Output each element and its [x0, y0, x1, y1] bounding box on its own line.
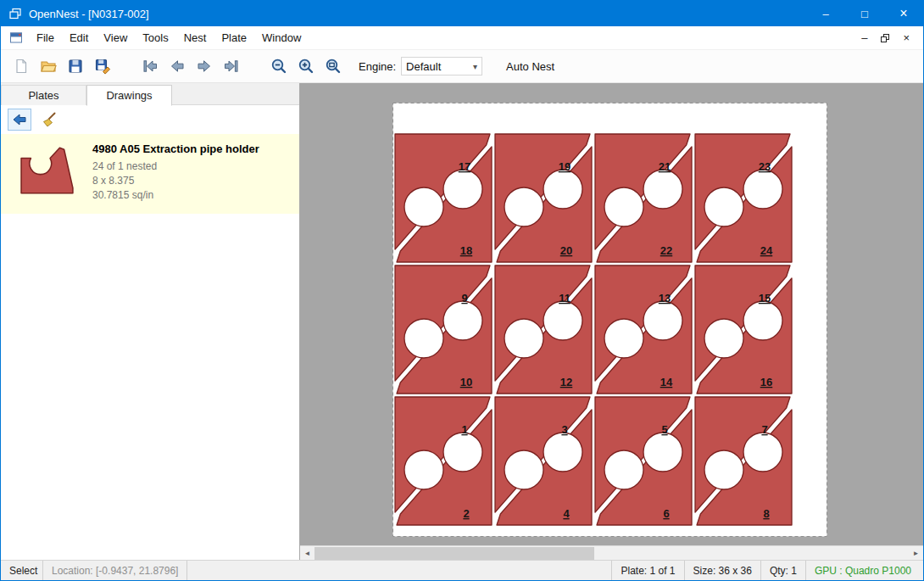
engine-select[interactable]: Default ▾ [401, 57, 482, 75]
auto-nest-button[interactable]: Auto Nest [501, 57, 559, 76]
mdi-child-icon[interactable] [9, 31, 23, 44]
part-size: 8 x 8.375 [92, 174, 259, 188]
save-button[interactable] [62, 53, 89, 80]
svg-text:14: 14 [660, 376, 673, 388]
status-location: Location: [-0.9437, 21.8796] [43, 561, 187, 580]
status-mode: Select [1, 561, 43, 580]
window-title: OpenNest - [N0317-002] [29, 8, 149, 20]
save-edit-button[interactable] [89, 53, 116, 80]
open-button[interactable] [35, 53, 62, 80]
part-thumbnail [11, 142, 84, 195]
svg-text:5: 5 [661, 423, 667, 436]
svg-text:2: 2 [463, 507, 469, 520]
menu-item-window[interactable]: Window [254, 28, 309, 47]
broom-icon [41, 111, 58, 128]
horizontal-scrollbar[interactable]: ◄ ► [300, 545, 923, 560]
svg-text:9: 9 [461, 292, 467, 304]
app-icon [8, 7, 22, 20]
clean-button[interactable] [37, 109, 61, 131]
part-nested-count: 24 of 1 nested [92, 159, 259, 174]
prev-arrow-icon [169, 58, 186, 75]
sidebar-tabs: Plates Drawings [1, 83, 299, 105]
svg-text:20: 20 [560, 244, 572, 257]
svg-text:7: 7 [761, 423, 767, 436]
svg-text:21: 21 [659, 160, 671, 173]
titlebar: OpenNest - [N0317-002] – □ × [1, 1, 923, 26]
nav-last-button[interactable] [218, 53, 245, 80]
menu-item-view[interactable]: View [96, 28, 135, 47]
drawing-list-item[interactable]: 4980 A05 Extraction pipe holder 24 of 1 … [1, 134, 299, 214]
svg-text:19: 19 [559, 160, 571, 173]
statusbar: Select Location: [-0.9437, 21.8796] Plat… [1, 560, 923, 580]
menu-item-file[interactable]: File [29, 28, 62, 47]
save-edit-icon [94, 58, 111, 75]
part-title: 4980 A05 Extraction pipe holder [92, 142, 259, 155]
svg-text:24: 24 [760, 244, 773, 257]
next-arrow-icon [196, 58, 213, 75]
nav-prev-button[interactable] [164, 53, 191, 80]
engine-label: Engine: [359, 60, 396, 73]
tab-drawings[interactable]: Drawings [86, 85, 172, 106]
zoom-out-button[interactable] [265, 53, 292, 80]
svg-text:16: 16 [760, 376, 772, 388]
menubar: File Edit View Tools Nest Plate Window –… [1, 26, 923, 49]
nav-next-button[interactable] [191, 53, 218, 80]
restore-icon [881, 34, 889, 42]
svg-text:3: 3 [561, 423, 567, 436]
status-qty: Qty: 1 [760, 561, 805, 580]
svg-text:17: 17 [459, 160, 470, 173]
scroll-left-button[interactable]: ◄ [300, 546, 314, 560]
svg-text:6: 6 [663, 507, 669, 520]
menu-item-edit[interactable]: Edit [62, 28, 96, 47]
svg-text:1: 1 [461, 423, 467, 436]
save-floppy-icon [67, 58, 84, 75]
svg-text:22: 22 [660, 244, 672, 257]
close-button[interactable]: × [884, 1, 923, 26]
last-arrow-icon [223, 58, 240, 75]
svg-text:18: 18 [460, 244, 472, 257]
scroll-right-button[interactable]: ► [909, 546, 923, 560]
svg-text:12: 12 [560, 376, 572, 388]
first-arrow-icon [142, 58, 159, 75]
status-plate: Plate: 1 of 1 [611, 561, 683, 580]
scroll-thumb[interactable] [314, 547, 594, 560]
zoom-in-button[interactable] [292, 53, 320, 80]
part-thumbnail-shape [19, 144, 75, 195]
sidebar: Plates Drawings [1, 83, 300, 560]
svg-text:13: 13 [659, 292, 671, 304]
minimize-button[interactable]: – [806, 1, 845, 26]
menu-item-plate[interactable]: Plate [214, 28, 254, 47]
status-size: Size: 36 x 36 [684, 561, 760, 580]
engine-value: Default [406, 60, 441, 73]
import-arrow-icon [11, 111, 28, 128]
app-window: OpenNest - [N0317-002] – □ × File Edit V… [0, 0, 924, 581]
plate-svg[interactable]: 171819202122232491011121314151612345678 [392, 103, 827, 537]
open-folder-icon [40, 58, 57, 75]
svg-text:11: 11 [559, 292, 571, 304]
maximize-button[interactable]: □ [845, 1, 884, 26]
svg-text:15: 15 [759, 292, 771, 304]
new-file-icon [13, 58, 30, 75]
nav-first-button[interactable] [136, 53, 164, 80]
drawings-toolbar [1, 105, 299, 134]
menu-item-nest[interactable]: Nest [176, 28, 214, 47]
zoom-fit-icon [325, 58, 342, 75]
svg-text:23: 23 [759, 160, 771, 173]
part-area: 30.7815 sq/in [92, 188, 259, 203]
nest-canvas[interactable]: 171819202122232491011121314151612345678 [300, 83, 923, 545]
tab-plates[interactable]: Plates [1, 85, 86, 105]
zoom-fit-button[interactable] [320, 53, 347, 80]
zoom-in-icon [298, 58, 314, 75]
status-gpu: GPU : Quadro P1000 [805, 561, 923, 580]
svg-text:10: 10 [460, 376, 472, 388]
new-button[interactable] [8, 53, 35, 80]
mdi-restore-button[interactable] [881, 34, 889, 42]
mdi-close-button[interactable]: × [903, 31, 910, 44]
svg-text:4: 4 [563, 507, 570, 520]
toolbar: Engine: Default ▾ Auto Nest [1, 49, 923, 83]
svg-text:8: 8 [763, 507, 769, 520]
chevron-down-icon: ▾ [473, 62, 477, 71]
menu-item-tools[interactable]: Tools [135, 28, 175, 47]
import-button[interactable] [8, 109, 31, 131]
mdi-minimize-button[interactable]: – [861, 31, 867, 44]
